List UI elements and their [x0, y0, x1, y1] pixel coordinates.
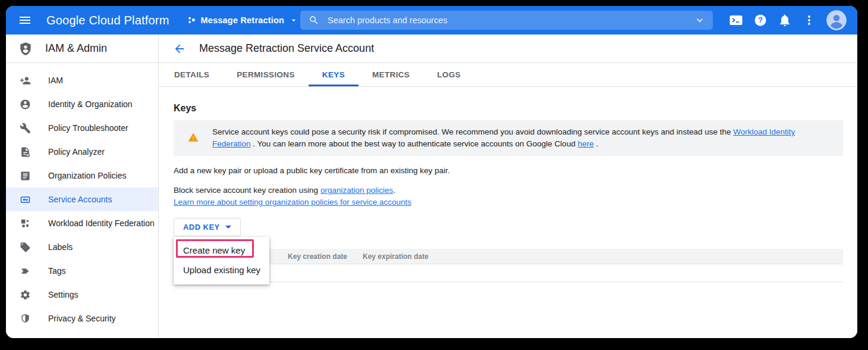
block-key-creation-text: Block service account key creation using… [174, 185, 843, 208]
more-options-icon[interactable] [802, 13, 816, 27]
sidebar-item-label: Workload Identity Federation [48, 218, 155, 228]
section-heading: Keys [174, 103, 843, 114]
sidebar-item-labels[interactable]: Labels [6, 235, 158, 259]
sidebar-item-label: Tags [48, 266, 66, 276]
avatar[interactable] [826, 10, 847, 30]
warning-text: Service account keys could pose a securi… [212, 126, 832, 150]
page-header: Message Retraction Service Account [159, 35, 857, 63]
sidebar-item-label: Labels [48, 242, 73, 252]
tab-logs[interactable]: LOGS [423, 63, 474, 86]
organization-policies-link[interactable]: organization policies [320, 186, 393, 195]
search-expand-icon[interactable] [694, 14, 706, 26]
column-header-key-creation-date: Key creation date [288, 249, 347, 264]
keys-table: Key creation date Key expiration date [174, 249, 843, 282]
sidebar-item-policy-analyzer[interactable]: Policy Analyzer [6, 140, 158, 164]
tab-metrics[interactable]: METRICS [358, 63, 423, 86]
chevron-down-icon [225, 226, 231, 229]
search-icon [309, 15, 319, 26]
sidebar: IAM & Admin IAM Identity & Organization … [6, 35, 159, 338]
document-icon [20, 170, 31, 182]
topbar-actions: ? [729, 6, 847, 35]
sidebar-item-label: Organization Policies [48, 171, 127, 180]
sidebar-item-identity-organization[interactable]: Identity & Organization [6, 92, 158, 116]
menu-item-create-new-key[interactable]: Create new key [174, 240, 269, 260]
warning-banner: Service account keys could pose a securi… [174, 120, 843, 156]
cloud-shell-icon[interactable] [729, 13, 743, 27]
sidebar-item-label: Identity & Organization [48, 99, 133, 109]
add-key-button[interactable]: ADD KEY [174, 218, 241, 236]
sidebar-title: IAM & Admin [45, 42, 107, 55]
add-key-area: ADD KEY Create new key Upload existing k… [174, 218, 241, 236]
intro-text: Add a new key pair or upload a public ke… [174, 165, 843, 177]
tag-arrow-icon [20, 265, 31, 277]
menu-icon[interactable] [18, 13, 32, 27]
project-name: Message Retraction [201, 15, 285, 25]
search-bar[interactable] [300, 11, 713, 30]
identity-icon [20, 99, 31, 110]
warning-text-after: . [594, 139, 599, 148]
wrench-icon [20, 123, 31, 134]
sidebar-item-label: Policy Analyzer [48, 147, 105, 157]
gear-icon [20, 289, 31, 301]
search-input[interactable] [328, 15, 694, 25]
table-empty-row [174, 264, 843, 282]
table-header-row: Key creation date Key expiration date [174, 249, 843, 264]
sidebar-item-workload-identity-federation[interactable]: Workload Identity Federation [6, 211, 158, 235]
add-key-dropdown-menu: Create new key Upload existing key [174, 237, 269, 285]
tab-details[interactable]: DETAILS [161, 63, 223, 86]
iam-admin-shield-icon [18, 41, 33, 57]
sidebar-item-label: Policy Troubleshooter [48, 123, 128, 133]
warning-text-before: Service account keys could pose a securi… [212, 127, 733, 136]
tab-permissions[interactable]: PERMISSIONS [223, 63, 309, 86]
sidebar-item-organization-policies[interactable]: Organization Policies [6, 164, 158, 188]
menu-item-upload-existing-key[interactable]: Upload existing key [174, 260, 269, 280]
sidebar-item-policy-troubleshooter[interactable]: Policy Troubleshooter [6, 116, 158, 140]
main-panel: Message Retraction Service Account DETAI… [159, 35, 857, 338]
workload-identity-icon [20, 218, 31, 229]
top-navigation-bar: Google Cloud Platform Message Retraction… [6, 6, 857, 35]
svg-text:?: ? [758, 15, 763, 24]
sidebar-item-service-accounts[interactable]: Service Accounts [6, 188, 158, 211]
notifications-icon[interactable] [778, 13, 792, 27]
service-account-key-icon [20, 194, 31, 205]
tab-keys[interactable]: KEYS [309, 63, 358, 86]
block-text: Block service account key creation using [174, 186, 320, 195]
add-key-button-label: ADD KEY [183, 223, 220, 232]
page-title: Message Retraction Service Account [199, 42, 374, 55]
sidebar-item-tags[interactable]: Tags [6, 259, 158, 283]
sidebar-header: IAM & Admin [6, 35, 158, 63]
sidebar-item-label: Privacy & Security [48, 314, 116, 323]
policy-analyzer-icon [20, 146, 31, 158]
app-body: IAM & Admin IAM Identity & Organization … [6, 35, 857, 338]
privacy-shield-icon [20, 313, 31, 324]
warning-icon [188, 132, 199, 143]
sidebar-item-label: Service Accounts [48, 195, 112, 204]
tab-bar: DETAILS PERMISSIONS KEYS METRICS LOGS [159, 63, 857, 87]
project-caret-icon [289, 15, 298, 25]
warning-text-middle: . You can learn more about the best way … [251, 139, 578, 148]
column-header-key-expiration-date: Key expiration date [363, 249, 429, 264]
sidebar-item-label: Settings [48, 290, 78, 299]
sidebar-nav: IAM Identity & Organization Policy Troub… [6, 63, 158, 330]
sidebar-item-iam[interactable]: IAM [6, 68, 158, 92]
sidebar-item-label: IAM [48, 76, 63, 85]
keys-content: Keys Service account keys could pose a s… [159, 87, 857, 338]
sidebar-item-privacy-security[interactable]: Privacy & Security [6, 307, 158, 330]
label-tag-icon [20, 242, 31, 253]
project-icon [187, 15, 196, 26]
learn-more-link[interactable]: Learn more about setting organization po… [174, 198, 411, 207]
here-link[interactable]: here [578, 139, 594, 148]
back-arrow-icon[interactable] [173, 42, 186, 55]
brand-title: Google Cloud Platform [46, 14, 169, 27]
gcp-console-window: Google Cloud Platform Message Retraction… [6, 6, 857, 338]
help-icon[interactable]: ? [753, 13, 768, 27]
block-text-suffix: . [393, 186, 395, 195]
person-add-icon [20, 75, 31, 86]
project-selector[interactable]: Message Retraction [187, 15, 299, 26]
sidebar-item-settings[interactable]: Settings [6, 283, 158, 307]
